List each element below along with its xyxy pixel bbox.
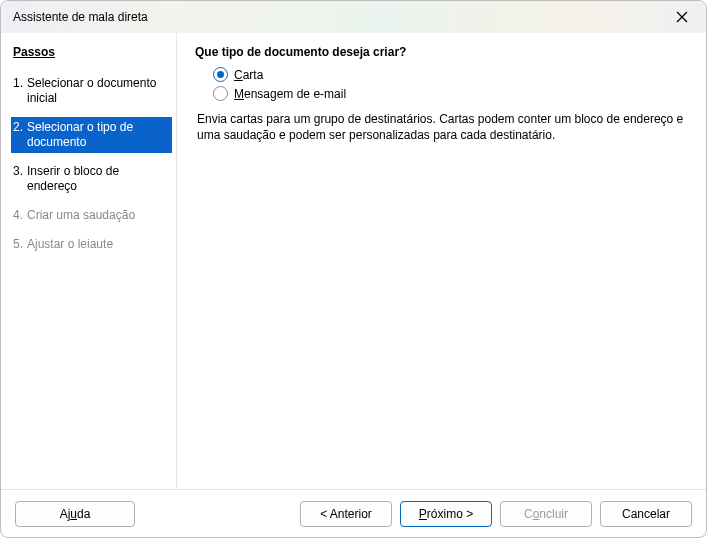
step-2[interactable]: 2. Selecionar o tipo de documento: [11, 117, 172, 153]
button-label: < Anterior: [320, 507, 372, 521]
button-label: Concluir: [524, 507, 568, 521]
step-label: Selecionar o tipo de documento: [27, 120, 170, 150]
dialog-body: Passos 1. Selecionar o documento inicial…: [1, 33, 706, 489]
button-label: Cancelar: [622, 507, 670, 521]
radio-indicator: [213, 86, 228, 101]
step-label: Selecionar o documento inicial: [27, 76, 170, 106]
step-4: 4. Criar uma saudação: [11, 205, 172, 226]
button-label: Próximo >: [419, 507, 473, 521]
step-number: 1.: [13, 76, 27, 106]
content-panel: Que tipo de documento deseja criar? Cart…: [177, 33, 706, 489]
step-number: 2.: [13, 120, 27, 150]
step-label: Inserir o bloco de endereço: [27, 164, 170, 194]
step-label: Criar uma saudação: [27, 208, 170, 223]
cancel-button[interactable]: Cancelar: [600, 501, 692, 527]
radio-option-mensagem[interactable]: Mensagem de e-mail: [213, 86, 688, 101]
close-icon: [676, 11, 688, 23]
step-number: 4.: [13, 208, 27, 223]
content-heading: Que tipo de documento deseja criar?: [195, 45, 688, 59]
option-description: Envia cartas para um grupo de destinatár…: [197, 111, 687, 143]
step-3[interactable]: 3. Inserir o bloco de endereço: [11, 161, 172, 197]
button-label: Ajuda: [60, 507, 91, 521]
help-button[interactable]: Ajuda: [15, 501, 135, 527]
close-button[interactable]: [664, 4, 700, 30]
dialog-footer: Ajuda < Anterior Próximo > Concluir Canc…: [1, 489, 706, 537]
radio-option-carta[interactable]: Carta: [213, 67, 688, 82]
steps-heading: Passos: [11, 45, 172, 59]
steps-sidebar: Passos 1. Selecionar o documento inicial…: [1, 33, 177, 489]
next-button[interactable]: Próximo >: [400, 501, 492, 527]
step-number: 5.: [13, 237, 27, 252]
step-5: 5. Ajustar o leiaute: [11, 234, 172, 255]
radio-label: Mensagem de e-mail: [234, 87, 346, 101]
dialog-title: Assistente de mala direta: [13, 10, 664, 24]
radio-label: Carta: [234, 68, 263, 82]
finish-button: Concluir: [500, 501, 592, 527]
titlebar: Assistente de mala direta: [1, 1, 706, 33]
radio-indicator: [213, 67, 228, 82]
step-number: 3.: [13, 164, 27, 194]
step-label: Ajustar o leiaute: [27, 237, 170, 252]
dialog-window: Assistente de mala direta Passos 1. Sele…: [0, 0, 707, 538]
step-1[interactable]: 1. Selecionar o documento inicial: [11, 73, 172, 109]
prev-button[interactable]: < Anterior: [300, 501, 392, 527]
